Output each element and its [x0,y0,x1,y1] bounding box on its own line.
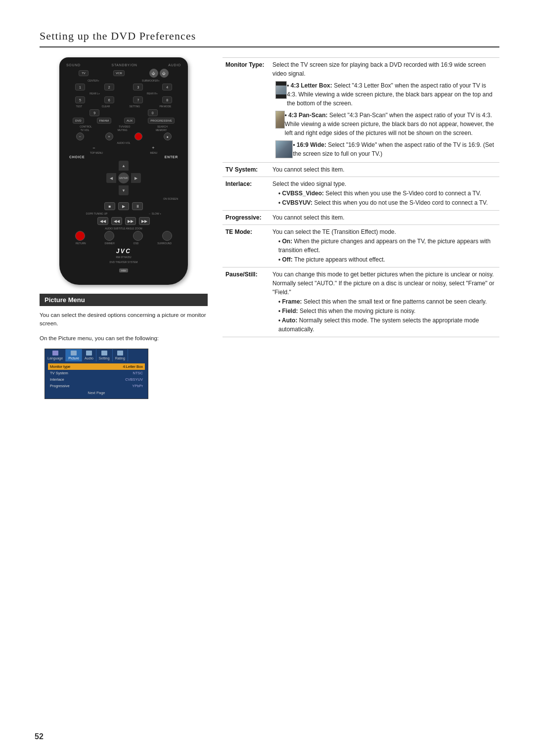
remote-btn-2[interactable]: 2 [104,84,114,90]
remote-btn-5[interactable]: 5 [75,96,85,103]
remote-btn-7[interactable]: 7 [133,96,143,103]
interlace-cvbsyuv: • CVBSYUV: Select this when you do not u… [272,198,496,207]
wide-item: • 16:9 Wide: Select "16:9 Wide" when the… [272,140,496,158]
panscan-thumb [275,111,285,129]
remote-menu-label: MENU [150,151,157,154]
progressive-row: Progressive: You cannot select this item… [222,211,499,225]
interlace-label: Interlace: [222,177,269,211]
interlace-cvbss: • CVBSS_Video: Select this when you use … [272,189,496,198]
remote-setting-label: SETTING [130,105,140,108]
letter-box-item: • 4:3 Letter Box: Select "4:3 Letter Box… [272,81,496,108]
onscreen-row-monitor: Monitor type 4:Letter Box [48,363,145,370]
remote-center-label: CENTER+ [88,79,99,82]
remote-control-label: CONTROL [80,125,91,128]
remote-next-btn[interactable]: ▶▶ [139,217,150,225]
remote-search-label: SEARCH [157,125,168,128]
remote-dopr-label: DOPR TUNING UP [86,212,107,215]
page-title: Setting up the DVD Preferences [40,30,499,47]
te-mode-desc: You can select the TE (Transition Effect… [269,225,499,267]
tvsystem-row: TV System: You cannot select this item. [222,163,499,177]
remote-btn-4[interactable]: 4 [162,84,172,90]
onscreen-tabs: Language Picture Audio Setting [45,349,148,361]
remote-muting-label: MUTING [118,129,128,132]
remote-f4[interactable] [162,231,172,241]
remote-dpad-right[interactable]: ▶ [131,173,141,183]
remote-plus-btn[interactable]: + [152,145,154,150]
remote-prev-btn[interactable]: ◀◀ [97,217,108,225]
remote-rec[interactable]: ● [164,133,172,140]
info-table: Monitor Type: Select the TV screen size … [222,57,499,337]
onscreen-next-page: Next Page [48,389,145,397]
remote-jvc-logo: JVC [66,248,181,255]
remote-aux-btn[interactable]: AUX [124,118,135,124]
onscreen-tab-rating: Rating [113,349,128,361]
monitor-type-row: Monitor Type: Select the TV screen size … [222,58,499,163]
wide-label: • 16:9 Wide: [293,141,326,148]
remote-vcr-btn[interactable]: VCR [113,70,125,76]
remote-prog-btn[interactable]: PROGRESSIVE [148,118,175,124]
pause-still-auto: • Auto: Normally select this mode. The s… [272,316,496,334]
remote-f2[interactable] [104,231,114,241]
picture-menu-desc1: You can select the desired options conce… [40,311,208,328]
remote-audio-label: AUDIO [168,63,181,67]
te-mode-row: TE Mode: You can select the TE (Transiti… [222,225,499,267]
remote-mute[interactable] [134,133,142,140]
panscan-label: • 4:3 Pan-Scan: [285,112,328,119]
remote-fmam-btn[interactable]: FM/AM [97,118,111,124]
remote-vol-up[interactable]: − [76,133,84,140]
remote-ff-btn[interactable]: ▶▶ [125,217,136,225]
remote-stop-btn[interactable]: ■ [104,202,115,210]
monitor-type-desc: Select the TV screen size for playing ba… [269,58,499,163]
remote-pause-btn[interactable]: ⏸ [132,202,143,210]
remote-tv-btn[interactable]: TV [79,70,89,76]
remote-vol-down[interactable]: + [105,133,113,140]
remote-power2-btn[interactable]: ⏻ [160,69,169,78]
te-mode-on: • On: When the picture changes and appea… [272,237,496,255]
remote-rear-l-label: REAR L+ [89,92,100,95]
pause-still-frame: • Frame: Select this when the small text… [272,297,496,306]
remote-dpad[interactable]: ▲ ▼ ◀ ▶ ENTER [106,161,141,195]
onscreen-row-progressive: Progressive YPbPr [48,383,145,389]
onscreen-row-tvsystem: TV System NTSC [48,370,145,376]
picture-menu-desc2: On the Picture menu, you can set the fol… [40,334,208,343]
remote-choice-label: CHOICE [69,155,85,159]
remote-play-btn[interactable]: ▶ [118,202,129,210]
remote-mbr-badge: mbr [66,266,181,273]
remote-rew-btn[interactable]: ◀◀ [111,217,122,225]
remote-btn-3[interactable]: 3 [133,84,143,90]
remote-topmenu-label: TOP MENU [90,151,103,154]
interlace-row: Interlace: Select the video signal type.… [222,177,499,211]
remote-dpad-left[interactable]: ◀ [106,173,116,183]
remote-standby-label: STANDBY/ON [112,63,137,67]
pause-still-label: Pause/Still: [222,267,269,337]
onscreen-menu-image: Language Picture Audio Setting [44,349,148,399]
remote-onscreen-label: ON SCREEN [69,197,178,200]
remote-btn-1[interactable]: 1 [75,84,85,90]
remote-return-label: RETURN [76,242,86,245]
remote-f3[interactable] [133,231,143,241]
remote-system-text: DVD THEATER SYSTEM [66,261,181,264]
letterbox-thumb [275,81,287,99]
remote-btn-9[interactable]: 9 [89,109,99,116]
remote-dpad-down[interactable]: ▼ [119,185,129,195]
remote-dvd-btn[interactable]: DVD [73,118,84,124]
onscreen-body: Monitor type 4:Letter Box TV System NTSC… [45,361,148,399]
onscreen-tab-picture: Picture [66,349,82,361]
remote-power1-btn[interactable]: ⏻ [149,69,158,78]
remote-osd-label: OSD [134,242,139,245]
remote-minus-btn[interactable]: − [92,145,95,150]
right-column: Monitor Type: Select the TV screen size … [222,57,499,399]
monitor-type-label: Monitor Type: [222,58,269,163]
progressive-desc: You cannot select this item. [269,211,499,225]
remote-f1[interactable] [75,231,85,241]
progressive-label: Progressive: [222,211,269,225]
remote-btn-0[interactable]: 0 [148,109,158,116]
remote-enter-label: ENTER [165,155,178,159]
onscreen-tab-setting: Setting [96,349,113,361]
remote-btn-6[interactable]: 6 [104,96,114,103]
pause-still-row: Pause/Still: You can change this mode to… [222,267,499,337]
remote-zoom-row: AUDIO SUBTITLE ANGLE ZOOM [66,227,181,230]
remote-dpad-enter[interactable]: ENTER [118,173,129,183]
remote-btn-8[interactable]: 8 [162,96,172,103]
remote-dpad-up[interactable]: ▲ [119,161,129,171]
